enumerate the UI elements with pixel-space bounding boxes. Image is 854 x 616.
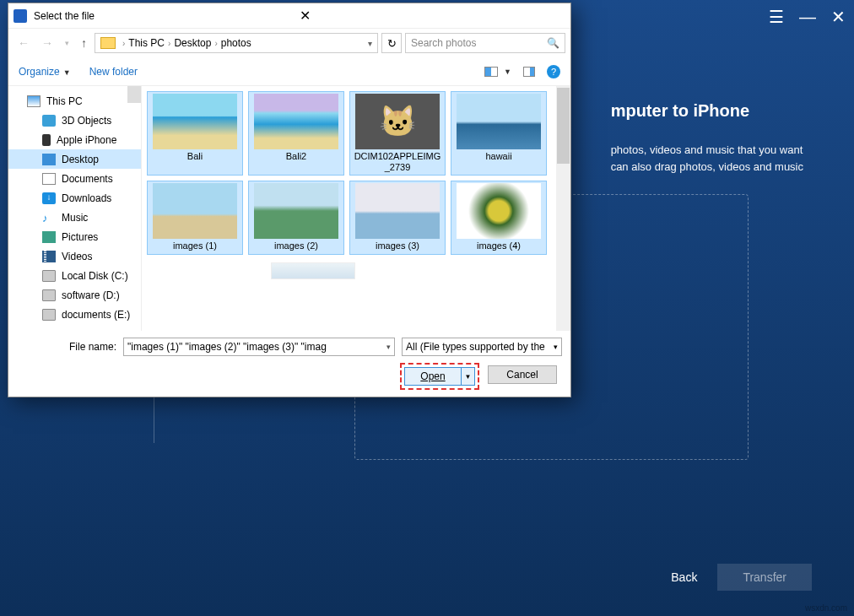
dialog-titlebar: Select the file ✕: [8, 3, 570, 29]
desc-line1: photos, videos and music that you want: [611, 142, 803, 159]
pictures-icon: [42, 231, 56, 243]
close-icon[interactable]: ✕: [831, 7, 846, 27]
disk-icon: [42, 289, 56, 301]
chevron-down-icon[interactable]: ▾: [368, 39, 376, 48]
file-item[interactable]: hawaii: [451, 91, 547, 176]
chevron-down-icon[interactable]: ▾: [554, 343, 558, 351]
search-placeholder: Search photos: [411, 37, 476, 49]
chevron-down-icon: ▼: [63, 68, 71, 77]
file-item[interactable]: DCIM102APPLEIMG_2739: [349, 91, 446, 176]
breadcrumb[interactable]: › This PC › Desktop › photos ▾: [95, 33, 378, 53]
open-button[interactable]: Open: [404, 367, 462, 386]
organize-menu[interactable]: Organize▼: [19, 66, 71, 78]
file-item[interactable]: images (3): [349, 181, 446, 254]
thumbnail: [355, 183, 440, 239]
file-item[interactable]: images (1): [147, 181, 243, 254]
thumbnail: [153, 94, 237, 149]
file-open-dialog: Select the file ✕ ← → ▾ ↑ › This PC › De…: [8, 3, 571, 397]
open-dropdown[interactable]: ▼: [462, 367, 475, 386]
transfer-button[interactable]: Transfer: [717, 564, 812, 591]
preview-pane-button[interactable]: [520, 65, 538, 78]
list-icon[interactable]: ☰: [769, 7, 784, 27]
file-item[interactable]: Bali: [147, 91, 243, 176]
tree-pictures[interactable]: Pictures: [8, 227, 141, 246]
thumbnail: [355, 94, 440, 149]
breadcrumb-desktop[interactable]: Desktop: [174, 37, 211, 49]
preview-icon: [523, 67, 535, 77]
objects-icon: [42, 115, 56, 127]
download-icon: [42, 192, 56, 204]
dialog-body: This PC 3D Objects Apple iPhone Desktop …: [8, 86, 570, 331]
thumbnail: [254, 183, 338, 239]
chevron-right-icon: ›: [165, 39, 174, 48]
tree-downloads[interactable]: Downloads: [8, 188, 141, 208]
page-title: mputer to iPhone: [611, 101, 803, 121]
thumbnail: [153, 183, 237, 239]
file-item[interactable]: images (2): [248, 181, 344, 254]
search-icon: 🔍: [547, 37, 559, 49]
app-content: mputer to iPhone photos, videos and musi…: [611, 101, 803, 175]
tree-videos[interactable]: Videos: [8, 246, 141, 266]
tree-iphone[interactable]: Apple iPhone: [8, 130, 141, 149]
tree-3d-objects[interactable]: 3D Objects: [8, 111, 141, 130]
file-item[interactable]: Bali2: [248, 91, 344, 176]
filename-input[interactable]: "images (1)" "images (2)" "images (3)" "…: [123, 338, 395, 356]
desc-line2: can also drag photos, videos and music: [611, 159, 803, 176]
chevron-right-icon: ›: [119, 39, 128, 48]
minimize-icon[interactable]: —: [799, 8, 816, 27]
tree-scrollbar[interactable]: [127, 86, 141, 103]
videos-icon: [42, 251, 56, 262]
nav-bar: ← → ▾ ↑ › This PC › Desktop › photos ▾ ↻…: [8, 29, 570, 57]
close-icon[interactable]: ✕: [293, 8, 565, 24]
music-icon: [42, 212, 56, 224]
file-list: Bali Bali2 DCIM102APPLEIMG_2739 hawaii i…: [142, 86, 570, 331]
cancel-button[interactable]: Cancel: [488, 365, 557, 384]
thumbnail: [254, 94, 338, 149]
pc-icon: [27, 95, 41, 107]
chevron-down-icon[interactable]: ▾: [386, 343, 391, 351]
breadcrumb-pc[interactable]: This PC: [128, 37, 165, 49]
thumbnails-icon: [484, 67, 498, 77]
disk-icon: [42, 270, 56, 282]
chevron-right-icon: ›: [211, 39, 220, 48]
search-input[interactable]: Search photos 🔍: [405, 33, 565, 53]
tree-music[interactable]: Music: [8, 208, 141, 227]
tree-disk-d[interactable]: software (D:): [8, 285, 141, 305]
filename-label: File name:: [17, 341, 116, 353]
app-footer: Back Transfer: [661, 564, 812, 591]
thumbnail: [457, 94, 541, 149]
file-item[interactable]: [147, 260, 243, 282]
watermark: wsxdn.com: [805, 603, 847, 613]
folder-icon: [100, 37, 116, 49]
dialog-toolbar: Organize▼ New folder ▼ ?: [8, 57, 570, 86]
thumbnail: [457, 183, 541, 239]
breadcrumb-photos[interactable]: photos: [221, 37, 251, 49]
view-mode-button[interactable]: ▼: [481, 65, 515, 78]
refresh-button[interactable]: ↻: [381, 33, 402, 53]
nav-forward-icon[interactable]: →: [37, 35, 57, 51]
help-icon[interactable]: ?: [547, 65, 560, 78]
phone-icon: [42, 134, 51, 146]
tree-this-pc[interactable]: This PC: [8, 91, 141, 111]
nav-up-icon[interactable]: ↑: [77, 35, 91, 51]
folder-tree: This PC 3D Objects Apple iPhone Desktop …: [8, 86, 142, 331]
app-icon: [14, 9, 27, 23]
tree-disk-e[interactable]: documents (E:): [8, 305, 141, 324]
nav-back-icon[interactable]: ←: [14, 35, 34, 51]
dialog-footer: File name: "images (1)" "images (2)" "im…: [8, 331, 570, 397]
open-highlight: Open ▼: [400, 363, 479, 390]
tree-documents[interactable]: Documents: [8, 169, 141, 188]
chevron-down-icon: ▼: [504, 68, 511, 76]
new-folder-button[interactable]: New folder: [89, 66, 138, 78]
scroll-thumb[interactable]: [557, 88, 570, 164]
file-item[interactable]: images (4): [451, 181, 547, 254]
tree-disk-c[interactable]: Local Disk (C:): [8, 266, 141, 285]
filetype-select[interactable]: All (File types supported by the▾: [402, 338, 562, 356]
chevron-down-icon[interactable]: ▾: [61, 37, 73, 49]
desktop-icon: [42, 154, 56, 165]
disk-icon: [42, 309, 56, 321]
tree-desktop[interactable]: Desktop: [8, 149, 141, 169]
files-scrollbar[interactable]: [556, 86, 570, 331]
thumbnail: [271, 262, 355, 279]
back-button[interactable]: Back: [661, 564, 707, 591]
